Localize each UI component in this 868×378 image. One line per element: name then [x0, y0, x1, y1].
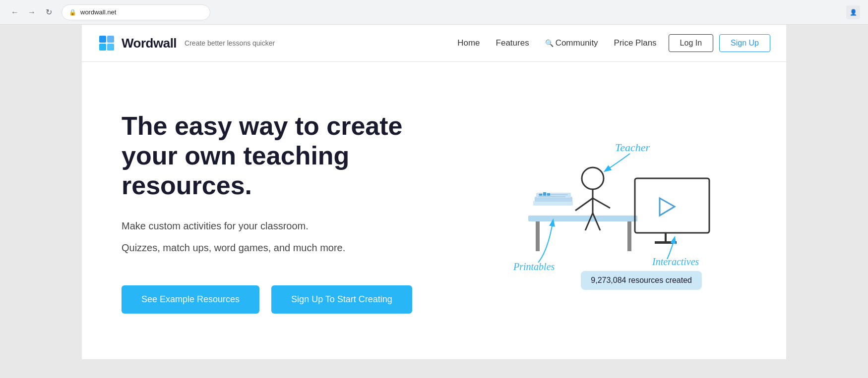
nav-home[interactable]: Home: [457, 38, 480, 48]
nav-buttons: Log In Sign Up: [669, 34, 770, 52]
logo-cell-2: [107, 36, 114, 43]
back-button[interactable]: ←: [8, 5, 22, 19]
tagline: Create better lessons quicker: [185, 39, 275, 47]
login-button[interactable]: Log In: [669, 34, 713, 52]
svg-point-11: [582, 167, 604, 189]
hero-illustration: Teacher Printables Interactives 9: [489, 102, 717, 300]
hero-title: The easy way to create your own teaching…: [122, 111, 459, 200]
browser-chrome: ← → ↻ 🔒 wordwall.net 👤: [0, 0, 868, 25]
svg-text:Teacher: Teacher: [615, 141, 650, 154]
hero-subtitle1: Make custom activities for your classroo…: [122, 218, 459, 234]
browser-nav-buttons: ← → ↻: [8, 5, 56, 19]
see-examples-button[interactable]: See Example Resources: [122, 285, 259, 314]
logo-area[interactable]: Wordwall: [98, 34, 177, 52]
nav-community[interactable]: 🔍 Community: [545, 38, 598, 48]
svg-line-13: [575, 198, 593, 211]
illustration-svg: Teacher Printables Interactives: [489, 102, 717, 300]
forward-button[interactable]: →: [25, 5, 39, 19]
community-search-icon: 🔍: [545, 39, 554, 47]
logo-cell-1: [99, 36, 106, 43]
url-text: wordwall.net: [80, 8, 116, 16]
hero-subtitle2: Quizzes, match ups, word games, and much…: [122, 240, 459, 256]
logo-cell-3: [99, 44, 106, 51]
sign-up-create-button[interactable]: Sign Up To Start Creating: [271, 285, 412, 314]
svg-rect-1: [536, 221, 540, 251]
hero-content: The easy way to create your own teaching…: [122, 92, 459, 314]
reload-button[interactable]: ↻: [42, 5, 56, 19]
logo-icon: [98, 34, 116, 52]
logo-cell-4: [107, 44, 114, 51]
lock-icon: 🔒: [69, 9, 76, 16]
svg-text:Interactives: Interactives: [652, 256, 699, 267]
svg-marker-20: [660, 198, 675, 216]
svg-text:Printables: Printables: [513, 261, 555, 272]
svg-line-14: [593, 198, 610, 208]
navbar: Wordwall Create better lessons quicker H…: [82, 25, 786, 62]
hero-section: The easy way to create your own teaching…: [82, 62, 786, 359]
logo-text: Wordwall: [122, 36, 177, 51]
address-bar[interactable]: 🔒 wordwall.net: [62, 4, 210, 20]
svg-rect-2: [627, 221, 631, 251]
nav-links: Home Features 🔍 Community Price Plans: [457, 38, 656, 48]
browser-right-controls: 👤: [846, 5, 860, 19]
signup-button[interactable]: Sign Up: [719, 34, 770, 52]
resources-badge: 9,273,084 resources created: [581, 271, 702, 290]
profile-icon[interactable]: 👤: [846, 5, 860, 19]
svg-rect-9: [543, 192, 546, 196]
svg-rect-10: [547, 193, 550, 196]
svg-rect-0: [528, 216, 637, 221]
svg-rect-8: [539, 194, 542, 196]
site-wrapper: Wordwall Create better lessons quicker H…: [0, 25, 868, 359]
hero-buttons: See Example Resources Sign Up To Start C…: [122, 285, 459, 314]
nav-features[interactable]: Features: [496, 38, 529, 48]
nav-price-plans[interactable]: Price Plans: [614, 38, 657, 48]
